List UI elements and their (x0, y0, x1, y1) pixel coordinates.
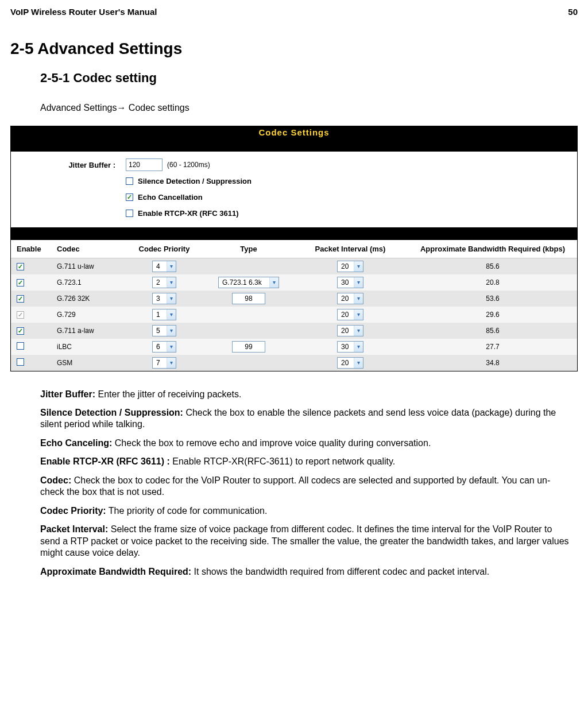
desc-jitter: Jitter Buffer: Enter the jitter of recei… (40, 389, 572, 400)
table-row: G.723.12▾G.723.1 6.3k▾30▾20.8 (11, 274, 577, 291)
packet-interval-select[interactable]: 20▾ (337, 261, 363, 272)
doc-header: VoIP Wireless Router User's Manual 50 (10, 7, 578, 17)
rtcp-xr-checkbox[interactable] (126, 210, 133, 217)
chevron-down-icon: ▾ (354, 293, 363, 304)
codec-name: G.711 u-law (53, 258, 123, 274)
codec-priority-select[interactable]: 6▾ (152, 341, 176, 353)
chevron-down-icon: ▾ (354, 309, 363, 320)
desc-codec: Codec: Check the box to codec for the Vo… (40, 475, 572, 498)
bandwidth-value: 85.6 (408, 323, 577, 339)
codec-type-input[interactable] (232, 341, 265, 353)
codec-enable-checkbox[interactable] (17, 358, 24, 366)
chevron-down-icon: ▾ (167, 358, 176, 368)
packet-interval-select[interactable]: 20▾ (337, 325, 363, 336)
codec-enable-checkbox[interactable] (17, 327, 24, 335)
doc-page-number: 50 (568, 7, 578, 17)
panel-subbar-2 (11, 227, 577, 240)
silence-detection-checkbox[interactable] (126, 177, 133, 185)
echo-cancellation-label: Echo Cancellation (138, 193, 203, 202)
chevron-down-icon: ▾ (354, 277, 363, 288)
chevron-down-icon: ▾ (354, 261, 363, 272)
chevron-down-icon: ▾ (354, 358, 363, 368)
echo-cancellation-checkbox[interactable] (126, 193, 133, 201)
codec-table-header-row: Enable Codec Codec Priority Type Packet … (11, 240, 577, 258)
codec-enable-checkbox[interactable] (17, 295, 24, 303)
breadcrumb: Advanced Settings→ Codec settings (40, 103, 578, 113)
heading-subsection: 2-5-1 Codec setting (40, 71, 578, 86)
table-row: G.726 32K3▾20▾53.6 (11, 291, 577, 307)
bandwidth-value: 20.8 (408, 274, 577, 291)
codec-priority-select[interactable]: 7▾ (152, 357, 176, 369)
echo-cancellation-row: Echo Cancellation (18, 189, 570, 204)
codec-settings-panel: Codec Settings Jitter Buffer : (60 - 120… (10, 126, 578, 371)
breadcrumb-part-b: Codec settings (126, 103, 189, 113)
chevron-down-icon: ▾ (167, 342, 176, 352)
table-row: GSM7▾20▾34.8 (11, 355, 577, 371)
table-row: iLBC6▾30▾27.7 (11, 339, 577, 355)
codec-name: G.729 (53, 307, 123, 323)
packet-interval-select[interactable]: 30▾ (337, 277, 363, 288)
jitter-buffer-row: Jitter Buffer : (60 - 1200ms) (18, 157, 570, 172)
codec-priority-select[interactable]: 5▾ (152, 325, 176, 336)
col-codec: Codec (53, 240, 123, 258)
codec-priority-select[interactable]: 4▾ (152, 261, 176, 272)
bandwidth-value: 85.6 (408, 258, 577, 274)
codec-enable-checkbox[interactable] (17, 342, 24, 350)
breadcrumb-part-a: Advanced Settings (40, 103, 117, 113)
chevron-down-icon: ▾ (354, 326, 363, 336)
codec-type-select[interactable]: G.723.1 6.3k▾ (218, 277, 279, 288)
codec-name: iLBC (53, 339, 123, 355)
bandwidth-value: 29.6 (408, 307, 577, 323)
jitter-buffer-input[interactable] (126, 158, 163, 171)
codec-name: G.711 a-law (53, 323, 123, 339)
desc-interval: Packet Interval: Select the frame size o… (40, 524, 572, 559)
codec-enable-checkbox[interactable] (17, 263, 24, 270)
packet-interval-select[interactable]: 20▾ (337, 293, 363, 304)
codec-table: Enable Codec Codec Priority Type Packet … (11, 240, 577, 371)
codec-enable-checkbox (17, 311, 24, 319)
silence-detection-row: Silence Detection / Suppression (18, 173, 570, 188)
packet-interval-select[interactable]: 30▾ (337, 341, 363, 353)
table-row: G.711 u-law4▾20▾85.6 (11, 258, 577, 274)
heading-section: 2-5 Advanced Settings (10, 40, 578, 58)
desc-bw: Approximate Bandwidth Required: It shows… (40, 566, 572, 578)
codec-name: GSM (53, 355, 123, 371)
codec-enable-checkbox[interactable] (17, 279, 24, 286)
descriptions: Jitter Buffer: Enter the jitter of recei… (40, 389, 572, 578)
rtcp-xr-label: Enable RTCP-XR (RFC 3611) (138, 209, 239, 218)
rtcp-xr-row: Enable RTCP-XR (RFC 3611) (18, 206, 570, 220)
chevron-down-icon: ▾ (167, 326, 176, 336)
codec-name: G.726 32K (53, 291, 123, 307)
codec-priority-select[interactable]: 3▾ (152, 293, 176, 304)
col-bandwidth: Approximate Bandwidth Required (kbps) (408, 240, 577, 258)
desc-silence: Silence Detection / Suppression: Check t… (40, 407, 572, 431)
breadcrumb-arrow-icon: → (117, 103, 126, 113)
codec-name: G.723.1 (53, 274, 123, 291)
chevron-down-icon: ▾ (167, 309, 176, 320)
chevron-down-icon: ▾ (167, 261, 176, 272)
packet-interval-select[interactable]: 20▾ (337, 309, 363, 320)
desc-priority: Codec Priority: The priority of code for… (40, 505, 572, 517)
panel-title: Codec Settings (11, 126, 577, 139)
bandwidth-value: 53.6 (408, 291, 577, 307)
table-row: G.711 a-law5▾20▾85.6 (11, 323, 577, 339)
jitter-buffer-label: Jitter Buffer : (18, 161, 126, 169)
desc-rtcp: Enable RTCP-XR (RFC 3611) : Enable RTCP-… (40, 456, 572, 467)
codec-type-input[interactable] (232, 293, 265, 304)
jitter-buffer-hint: (60 - 1200ms) (167, 161, 210, 169)
chevron-down-icon: ▾ (167, 293, 176, 304)
codec-priority-select[interactable]: 1▾ (152, 309, 176, 320)
col-priority: Codec Priority (123, 240, 205, 258)
bandwidth-value: 34.8 (408, 355, 577, 371)
packet-interval-select[interactable]: 20▾ (337, 357, 363, 369)
bandwidth-value: 27.7 (408, 339, 577, 355)
col-type: Type (205, 240, 292, 258)
chevron-down-icon: ▾ (354, 342, 363, 352)
codec-settings-form: Jitter Buffer : (60 - 1200ms) Silence De… (11, 152, 577, 227)
desc-echo: Echo Canceling: Check the box to remove … (40, 438, 572, 449)
doc-header-left: VoIP Wireless Router User's Manual (10, 7, 157, 17)
codec-priority-select[interactable]: 2▾ (152, 277, 176, 288)
panel-subbar (11, 139, 577, 152)
col-interval: Packet Interval (ms) (292, 240, 408, 258)
silence-detection-label: Silence Detection / Suppression (138, 177, 252, 185)
